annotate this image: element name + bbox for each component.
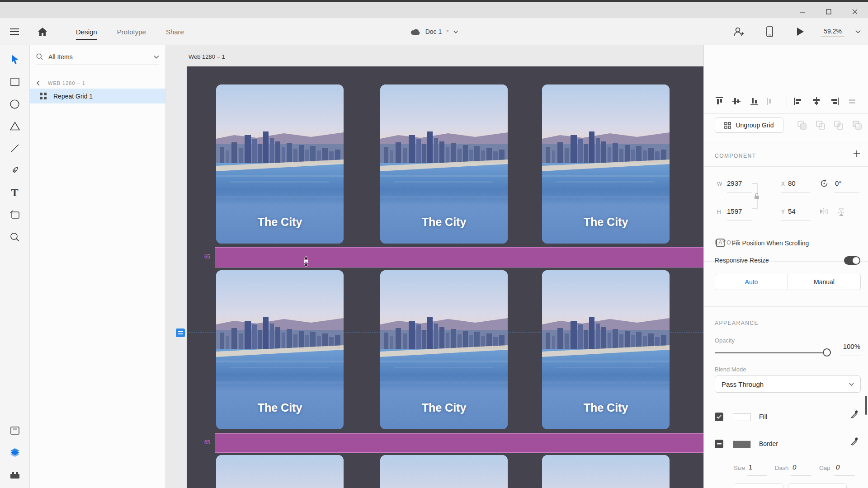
layer-search-filter[interactable]: All Items [36,52,159,65]
boolean-intersect-button[interactable] [834,120,844,132]
artboard-tool[interactable] [6,206,24,224]
grid-card[interactable]: The City [380,84,508,244]
flip-vertical-button[interactable] [838,208,845,219]
grid-card[interactable]: The City [542,270,670,429]
polygon-tool[interactable] [6,117,24,135]
distribute-horizontal-button[interactable] [848,97,857,108]
share-profile-button[interactable] [729,22,749,42]
zoom-chevron-icon[interactable] [855,30,861,33]
tab-share[interactable]: Share [156,18,194,45]
text-tool-icon: T [11,187,18,198]
boolean-subtract-button[interactable] [816,120,826,132]
responsive-resize-toggle[interactable] [844,256,860,265]
layer-item-repeat-grid[interactable]: Repeat Grid 1 [30,89,165,103]
y-field[interactable]: 54 [788,207,796,215]
border-options-button[interactable] [788,483,847,488]
repeat-grid-gap-band[interactable] [215,433,703,453]
align-bottom-button[interactable] [750,97,759,108]
grid-card[interactable]: The City [380,270,508,429]
rectangle-tool[interactable] [6,73,24,91]
magnifier-icon [10,232,19,242]
flip-horizontal-button[interactable] [819,208,828,217]
minimize-button[interactable] [789,4,816,20]
repeat-grid-gap-band[interactable] [215,247,703,267]
design-canvas[interactable]: Web 1280 – 1 65 65 The City The City The… [166,45,703,488]
border-size-field[interactable]: 1 [749,463,752,471]
home-button[interactable] [33,22,52,42]
opacity-slider-track[interactable] [715,352,827,353]
blend-mode-dropdown[interactable]: Pass Through [715,375,861,393]
zoom-level-field[interactable]: 59.2% [821,27,844,37]
plugins-panel-button[interactable] [6,466,24,484]
fill-eyedropper-button[interactable] [850,410,859,420]
zoom-tool[interactable] [6,228,24,246]
select-cursor-icon [11,55,19,65]
device-preview-button[interactable] [760,22,779,42]
grid-card[interactable]: The City [542,455,670,488]
height-field[interactable]: 1597 [727,207,742,215]
align-right-button[interactable] [830,97,839,108]
inspector-scrollbar[interactable] [865,396,867,415]
text-tool[interactable]: T [6,183,24,202]
tab-share-label: Share [166,28,184,36]
close-button[interactable] [842,4,868,20]
border-dash-field[interactable]: 0 [793,463,796,471]
home-icon [38,28,47,36]
select-tool[interactable] [6,51,24,69]
add-component-button[interactable] [853,150,860,159]
rectangle-icon [10,77,19,86]
triangle-icon [10,122,20,131]
border-color-swatch[interactable] [733,441,751,448]
line-icon [10,144,19,153]
artboard-label[interactable]: Web 1280 – 1 [189,53,225,60]
opacity-slider-knob[interactable] [823,348,831,357]
align-top-button[interactable] [715,97,724,108]
border-options-button[interactable] [734,483,783,488]
grid-card[interactable]: The City [542,84,670,244]
breadcrumb[interactable]: WEB 1280 – 1 [48,80,85,86]
tab-prototype[interactable]: Prototype [107,18,156,45]
fill-color-swatch[interactable] [733,413,751,421]
boolean-union-button[interactable] [797,120,807,132]
back-chevron-icon[interactable] [36,80,40,86]
lock-open-icon[interactable] [754,192,760,200]
ellipse-tool[interactable] [6,95,24,113]
line-tool[interactable] [6,139,24,157]
grid-card[interactable]: The City [216,270,344,429]
distribute-vertical-button[interactable] [764,97,773,108]
window-titlebar[interactable] [0,0,868,18]
ungroup-grid-button[interactable]: Ungroup Grid [715,117,783,133]
grid-card[interactable]: The City [380,455,508,488]
pen-tool[interactable] [6,161,24,179]
fill-checkbox[interactable] [715,413,723,421]
border-checkbox[interactable] [715,440,723,448]
desktop-preview-button[interactable] [790,22,810,42]
rotate-button[interactable] [820,179,829,190]
gap-resize-cursor [302,256,310,269]
grid-card[interactable]: The City [216,84,344,244]
minus-icon [717,443,722,445]
rotation-field[interactable]: 0° [835,179,841,187]
tab-design[interactable]: Design [66,18,107,45]
hamburger-menu-button[interactable] [5,22,24,42]
repeat-grid-handle[interactable] [176,328,185,337]
grid-card[interactable]: The City [216,455,344,488]
layers-panel-button[interactable] [6,444,24,462]
assets-panel-button[interactable] [6,422,24,440]
align-left-button[interactable] [793,97,802,108]
xd-app-window: Design Prototype Share Doc 1 * [0,0,868,488]
x-field[interactable]: 80 [788,179,796,187]
align-horizontal-center-button[interactable] [812,97,821,108]
border-gap-field[interactable]: 0 [836,463,840,471]
play-icon [796,27,804,36]
filter-chevron-icon [154,55,159,59]
maximize-button[interactable] [816,4,842,20]
document-title-dropdown[interactable]: Doc 1 * [410,18,458,45]
border-eyedropper-button[interactable] [850,437,859,447]
align-vertical-center-button[interactable] [732,97,741,108]
opacity-value-field[interactable]: 100% [840,343,860,350]
boolean-exclude-button[interactable] [852,120,862,132]
resize-mode-auto[interactable]: Auto [715,274,788,290]
resize-mode-manual[interactable]: Manual [788,274,860,290]
width-field[interactable]: 2937 [727,179,742,187]
